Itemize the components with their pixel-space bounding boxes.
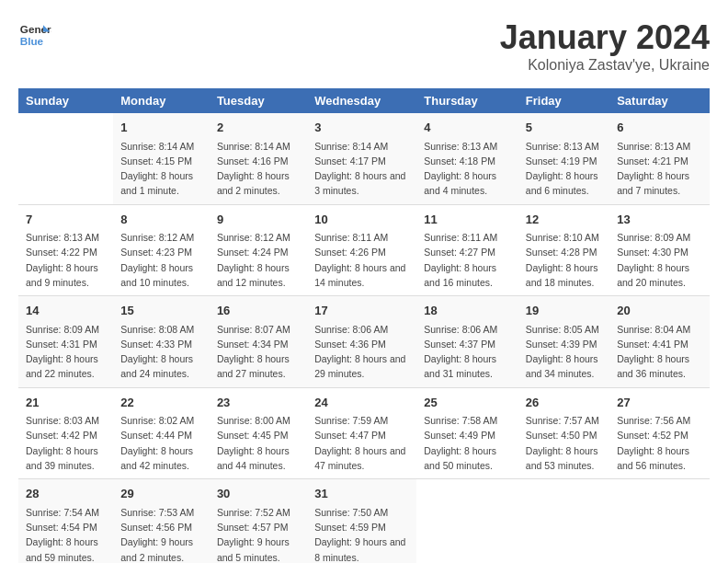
calendar-cell bbox=[518, 479, 609, 563]
calendar-cell: 12Sunrise: 8:10 AMSunset: 4:28 PMDayligh… bbox=[518, 204, 609, 296]
day-number: 5 bbox=[526, 119, 602, 137]
day-info: Sunrise: 8:10 AMSunset: 4:28 PMDaylight:… bbox=[526, 230, 602, 290]
day-number: 14 bbox=[26, 302, 106, 320]
day-number: 26 bbox=[526, 394, 602, 412]
day-number: 15 bbox=[120, 302, 202, 320]
main-title: January 2024 bbox=[500, 18, 710, 57]
day-info: Sunrise: 8:13 AMSunset: 4:18 PMDaylight:… bbox=[424, 139, 511, 199]
day-info: Sunrise: 8:08 AMSunset: 4:33 PMDaylight:… bbox=[120, 322, 202, 382]
day-number: 7 bbox=[26, 211, 106, 229]
week-row-4: 21Sunrise: 8:03 AMSunset: 4:42 PMDayligh… bbox=[18, 387, 710, 479]
day-number: 20 bbox=[617, 302, 702, 320]
day-info: Sunrise: 8:09 AMSunset: 4:31 PMDaylight:… bbox=[26, 322, 106, 382]
day-info: Sunrise: 7:54 AMSunset: 4:54 PMDaylight:… bbox=[26, 505, 106, 563]
day-number: 13 bbox=[617, 211, 702, 229]
calendar-cell: 8Sunrise: 8:12 AMSunset: 4:23 PMDaylight… bbox=[113, 204, 210, 296]
calendar-cell: 29Sunrise: 7:53 AMSunset: 4:56 PMDayligh… bbox=[113, 479, 210, 563]
svg-text:Blue: Blue bbox=[20, 35, 44, 47]
weekday-header-saturday: Saturday bbox=[609, 88, 710, 113]
day-number: 11 bbox=[424, 211, 511, 229]
weekday-header-monday: Monday bbox=[113, 88, 210, 113]
calendar-cell: 14Sunrise: 8:09 AMSunset: 4:31 PMDayligh… bbox=[18, 296, 113, 388]
calendar-cell: 27Sunrise: 7:56 AMSunset: 4:52 PMDayligh… bbox=[609, 387, 710, 479]
weekday-header-friday: Friday bbox=[518, 88, 609, 113]
day-info: Sunrise: 8:14 AMSunset: 4:17 PMDaylight:… bbox=[314, 139, 409, 199]
day-number: 17 bbox=[314, 302, 409, 320]
day-info: Sunrise: 8:09 AMSunset: 4:30 PMDaylight:… bbox=[617, 230, 702, 290]
day-info: Sunrise: 7:53 AMSunset: 4:56 PMDaylight:… bbox=[120, 505, 202, 563]
calendar-cell bbox=[18, 113, 113, 204]
day-info: Sunrise: 8:07 AMSunset: 4:34 PMDaylight:… bbox=[217, 322, 300, 382]
day-info: Sunrise: 8:11 AMSunset: 4:27 PMDaylight:… bbox=[424, 230, 511, 290]
calendar-cell: 16Sunrise: 8:07 AMSunset: 4:34 PMDayligh… bbox=[210, 296, 307, 388]
day-info: Sunrise: 7:52 AMSunset: 4:57 PMDaylight:… bbox=[217, 505, 300, 563]
week-row-3: 14Sunrise: 8:09 AMSunset: 4:31 PMDayligh… bbox=[18, 296, 710, 388]
calendar-table: SundayMondayTuesdayWednesdayThursdayFrid… bbox=[18, 88, 710, 563]
day-number: 6 bbox=[617, 119, 702, 137]
calendar-cell: 24Sunrise: 7:59 AMSunset: 4:47 PMDayligh… bbox=[307, 387, 416, 479]
day-info: Sunrise: 8:04 AMSunset: 4:41 PMDaylight:… bbox=[617, 322, 702, 382]
calendar-cell: 28Sunrise: 7:54 AMSunset: 4:54 PMDayligh… bbox=[18, 479, 113, 563]
day-info: Sunrise: 8:06 AMSunset: 4:37 PMDaylight:… bbox=[424, 322, 511, 382]
day-number: 18 bbox=[424, 302, 511, 320]
weekday-header-wednesday: Wednesday bbox=[307, 88, 416, 113]
day-number: 8 bbox=[120, 211, 202, 229]
calendar-cell: 13Sunrise: 8:09 AMSunset: 4:30 PMDayligh… bbox=[609, 204, 710, 296]
day-number: 28 bbox=[26, 485, 106, 503]
day-number: 12 bbox=[526, 211, 602, 229]
calendar-cell: 4Sunrise: 8:13 AMSunset: 4:18 PMDaylight… bbox=[416, 113, 518, 204]
calendar-cell: 30Sunrise: 7:52 AMSunset: 4:57 PMDayligh… bbox=[210, 479, 307, 563]
day-info: Sunrise: 8:13 AMSunset: 4:19 PMDaylight:… bbox=[526, 139, 602, 199]
calendar-cell: 5Sunrise: 8:13 AMSunset: 4:19 PMDaylight… bbox=[518, 113, 609, 204]
day-info: Sunrise: 8:12 AMSunset: 4:24 PMDaylight:… bbox=[217, 230, 300, 290]
week-row-5: 28Sunrise: 7:54 AMSunset: 4:54 PMDayligh… bbox=[18, 479, 710, 563]
day-info: Sunrise: 8:13 AMSunset: 4:22 PMDaylight:… bbox=[26, 230, 106, 290]
weekday-header-sunday: Sunday bbox=[18, 88, 113, 113]
day-number: 30 bbox=[217, 485, 300, 503]
day-number: 10 bbox=[314, 211, 409, 229]
calendar-cell: 9Sunrise: 8:12 AMSunset: 4:24 PMDaylight… bbox=[210, 204, 307, 296]
day-info: Sunrise: 8:14 AMSunset: 4:16 PMDaylight:… bbox=[217, 139, 300, 199]
calendar-cell: 2Sunrise: 8:14 AMSunset: 4:16 PMDaylight… bbox=[210, 113, 307, 204]
day-number: 29 bbox=[120, 485, 202, 503]
logo-icon: General Blue bbox=[18, 18, 51, 52]
day-number: 9 bbox=[217, 211, 300, 229]
day-info: Sunrise: 8:02 AMSunset: 4:44 PMDaylight:… bbox=[120, 413, 202, 473]
weekday-header-thursday: Thursday bbox=[416, 88, 518, 113]
weekday-header-row: SundayMondayTuesdayWednesdayThursdayFrid… bbox=[18, 88, 710, 113]
calendar-cell: 11Sunrise: 8:11 AMSunset: 4:27 PMDayligh… bbox=[416, 204, 518, 296]
day-info: Sunrise: 8:05 AMSunset: 4:39 PMDaylight:… bbox=[526, 322, 602, 382]
calendar-cell: 23Sunrise: 8:00 AMSunset: 4:45 PMDayligh… bbox=[210, 387, 307, 479]
calendar-cell: 6Sunrise: 8:13 AMSunset: 4:21 PMDaylight… bbox=[609, 113, 710, 204]
calendar-cell: 3Sunrise: 8:14 AMSunset: 4:17 PMDaylight… bbox=[307, 113, 416, 204]
week-row-1: 1Sunrise: 8:14 AMSunset: 4:15 PMDaylight… bbox=[18, 113, 710, 204]
day-info: Sunrise: 8:06 AMSunset: 4:36 PMDaylight:… bbox=[314, 322, 409, 382]
day-number: 4 bbox=[424, 119, 511, 137]
day-number: 19 bbox=[526, 302, 602, 320]
day-info: Sunrise: 7:56 AMSunset: 4:52 PMDaylight:… bbox=[617, 413, 702, 473]
day-number: 1 bbox=[120, 119, 202, 137]
day-number: 24 bbox=[314, 394, 409, 412]
calendar-cell: 17Sunrise: 8:06 AMSunset: 4:36 PMDayligh… bbox=[307, 296, 416, 388]
day-number: 25 bbox=[424, 394, 511, 412]
day-number: 22 bbox=[120, 394, 202, 412]
day-info: Sunrise: 8:11 AMSunset: 4:26 PMDaylight:… bbox=[314, 230, 409, 290]
day-info: Sunrise: 8:00 AMSunset: 4:45 PMDaylight:… bbox=[217, 413, 300, 473]
calendar-cell: 19Sunrise: 8:05 AMSunset: 4:39 PMDayligh… bbox=[518, 296, 609, 388]
day-info: Sunrise: 7:50 AMSunset: 4:59 PMDaylight:… bbox=[314, 505, 409, 563]
day-info: Sunrise: 8:03 AMSunset: 4:42 PMDaylight:… bbox=[26, 413, 106, 473]
calendar-cell: 22Sunrise: 8:02 AMSunset: 4:44 PMDayligh… bbox=[113, 387, 210, 479]
day-number: 31 bbox=[314, 485, 409, 503]
day-number: 27 bbox=[617, 394, 702, 412]
calendar-cell: 18Sunrise: 8:06 AMSunset: 4:37 PMDayligh… bbox=[416, 296, 518, 388]
week-row-2: 7Sunrise: 8:13 AMSunset: 4:22 PMDaylight… bbox=[18, 204, 710, 296]
calendar-cell bbox=[416, 479, 518, 563]
day-number: 3 bbox=[314, 119, 409, 137]
subtitle: Koloniya Zastav'ye, Ukraine bbox=[500, 57, 710, 74]
weekday-header-tuesday: Tuesday bbox=[210, 88, 307, 113]
calendar-cell: 21Sunrise: 8:03 AMSunset: 4:42 PMDayligh… bbox=[18, 387, 113, 479]
calendar-cell: 7Sunrise: 8:13 AMSunset: 4:22 PMDaylight… bbox=[18, 204, 113, 296]
day-info: Sunrise: 8:13 AMSunset: 4:21 PMDaylight:… bbox=[617, 139, 702, 199]
title-block: January 2024 Koloniya Zastav'ye, Ukraine bbox=[500, 18, 710, 74]
calendar-cell: 31Sunrise: 7:50 AMSunset: 4:59 PMDayligh… bbox=[307, 479, 416, 563]
